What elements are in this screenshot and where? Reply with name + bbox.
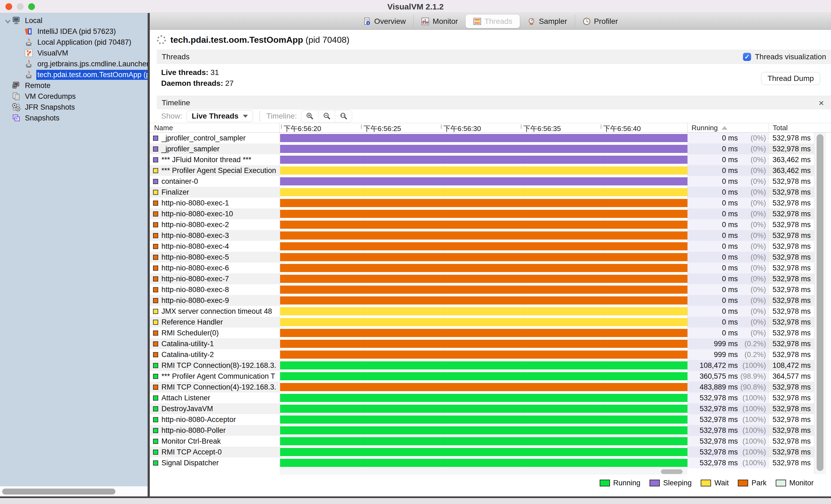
running-percent: (90.8%) xyxy=(738,383,766,391)
running-percent: (0%) xyxy=(738,286,766,294)
table-row[interactable]: container-00 ms(0%)532,978 ms xyxy=(150,176,814,187)
chevron-down-icon[interactable] xyxy=(4,17,12,24)
show-threads-dropdown[interactable]: Live Threads xyxy=(187,110,253,122)
table-row[interactable]: DestroyJavaVM532,978 ms(100%)532,978 ms xyxy=(150,403,814,414)
table-vertical-scrollbar[interactable] xyxy=(814,132,826,474)
total-value: 532,978 ms xyxy=(773,286,811,294)
tab-monitor[interactable]: Monitor xyxy=(413,14,465,28)
threads-visualization-checkbox[interactable]: ✓ xyxy=(743,53,751,61)
horizontal-scrollbar-thumb[interactable] xyxy=(661,469,683,474)
running-value: 0 ms xyxy=(722,253,738,262)
zoom-fit-button[interactable] xyxy=(335,110,352,122)
tab-sampler[interactable]: Sampler xyxy=(520,14,574,28)
table-row[interactable]: http-nio-8080-exec-50 ms(0%)532,978 ms xyxy=(150,252,814,263)
timeline-close-icon[interactable]: × xyxy=(816,98,826,108)
sidebar-item[interactable]: Local Application (pid 70487) xyxy=(0,37,148,48)
thread-name-label: http-nio-8080-exec-1 xyxy=(162,199,229,207)
total-value: 532,978 ms xyxy=(773,188,811,197)
table-row[interactable]: http-nio-8080-exec-60 ms(0%)532,978 ms xyxy=(150,263,814,273)
live-threads-value: 31 xyxy=(210,68,219,77)
table-row[interactable]: http-nio-8080-exec-20 ms(0%)532,978 ms xyxy=(150,219,814,230)
legend-label: Park xyxy=(751,479,767,487)
table-row[interactable]: http-nio-8080-exec-100 ms(0%)532,978 ms xyxy=(150,208,814,219)
sidebar-item[interactable]: VM Coredumps xyxy=(0,91,148,102)
sidebar-item[interactable]: Snapshots xyxy=(0,113,148,123)
thread-timeline-cell xyxy=(280,360,687,371)
thread-state-bar xyxy=(280,134,687,142)
sidebar-item-label: Local Application (pid 70487) xyxy=(36,37,148,48)
thread-state-bar xyxy=(280,394,687,402)
visualvm-icon xyxy=(24,49,33,57)
sidebar-item[interactable]: JFR Snapshots xyxy=(0,102,148,113)
legend-item: Running xyxy=(600,479,640,487)
table-row[interactable]: _jprofiler_sampler0 ms(0%)532,978 ms xyxy=(150,144,814,154)
thread-state-bar xyxy=(280,220,687,229)
thread-name-cell: http-nio-8080-exec-4 xyxy=(150,241,280,252)
total-value: 364,577 ms xyxy=(773,372,811,381)
table-row[interactable]: *** JFluid Monitor thread ***0 ms(0%)363… xyxy=(150,154,814,165)
table-row[interactable]: Catalina-utility-2999 ms(0.2%)532,978 ms xyxy=(150,349,814,360)
sidebar-item[interactable]: org.jetbrains.jps.cmdline.Launcher ( xyxy=(0,58,148,69)
column-header-running[interactable]: Running xyxy=(687,123,769,132)
running-value: 999 ms xyxy=(714,340,738,348)
table-row[interactable]: Finalizer0 ms(0%)532,978 ms xyxy=(150,187,814,198)
column-header-timeline[interactable]: 下午6:56:20下午6:56:25下午6:56:30下午6:56:35下午6:… xyxy=(280,123,687,132)
table-row[interactable]: http-nio-8080-exec-70 ms(0%)532,978 ms xyxy=(150,273,814,284)
table-row[interactable]: JMX server connection timeout 480 ms(0%)… xyxy=(150,306,814,317)
tab-threads[interactable]: Threads xyxy=(466,14,520,28)
sidebar-item-label: org.jetbrains.jps.cmdline.Launcher ( xyxy=(36,59,148,69)
thread-name-cell: Catalina-utility-2 xyxy=(150,349,280,360)
table-row[interactable]: *** Profiler Agent Communication T360,57… xyxy=(150,371,814,382)
table-row[interactable]: _jprofiler_control_sampler0 ms(0%)532,97… xyxy=(150,132,814,144)
timeline-horizontal-scrollbar[interactable] xyxy=(280,468,687,475)
table-row[interactable]: http-nio-8080-Acceptor532,978 ms(100%)53… xyxy=(150,414,814,425)
thread-state-icon xyxy=(153,244,158,249)
table-row[interactable]: RMI TCP Accept-0532,978 ms(100%)532,978 … xyxy=(150,447,814,457)
sidebar-item[interactable]: tech.pdai.test.oom.TestOomApp (pi xyxy=(0,69,148,80)
sidebar-item-label: Remote xyxy=(24,81,148,91)
vertical-scrollbar-thumb[interactable] xyxy=(816,134,824,471)
column-header-total[interactable]: Total xyxy=(769,123,814,132)
table-row[interactable]: Reference Handler0 ms(0%)532,978 ms xyxy=(150,317,814,328)
thread-running-cell: 0 ms(0%) xyxy=(687,198,769,208)
running-value: 0 ms xyxy=(722,167,738,175)
thread-timeline-cell xyxy=(280,306,687,317)
sidebar-item[interactable]: Local xyxy=(0,15,148,26)
column-header-name[interactable]: Name xyxy=(150,123,280,132)
table-row[interactable]: http-nio-8080-exec-30 ms(0%)532,978 ms xyxy=(150,230,814,241)
table-row[interactable]: http-nio-8080-exec-80 ms(0%)532,978 ms xyxy=(150,284,814,295)
table-row[interactable]: Catalina-utility-1999 ms(0.2%)532,978 ms xyxy=(150,338,814,349)
sidebar-item[interactable]: Remote xyxy=(0,80,148,91)
table-row[interactable]: http-nio-8080-exec-10 ms(0%)532,978 ms xyxy=(150,198,814,208)
timeline-section-bar: Timeline × xyxy=(157,96,831,110)
sidebar-item[interactable]: IntelliJ IDEA (pid 57623) xyxy=(0,26,148,37)
table-row[interactable]: http-nio-8080-exec-90 ms(0%)532,978 ms xyxy=(150,295,814,306)
running-percent: (100%) xyxy=(738,394,766,402)
tab-overview[interactable]: Overview xyxy=(355,14,413,28)
table-row[interactable]: Attach Listener532,978 ms(100%)532,978 m… xyxy=(150,392,814,403)
table-row[interactable]: Monitor Ctrl-Break532,978 ms(100%)532,97… xyxy=(150,436,814,447)
table-row[interactable]: http-nio-8080-Poller532,978 ms(100%)532,… xyxy=(150,425,814,436)
thread-dump-button[interactable]: Thread Dump xyxy=(761,72,820,85)
timeline-tick-label: 下午6:56:30 xyxy=(443,124,481,134)
running-value: 0 ms xyxy=(722,134,738,142)
total-value: 532,978 ms xyxy=(773,383,811,391)
thread-state-icon xyxy=(153,450,158,455)
sidebar-scrollbar-thumb[interactable] xyxy=(2,488,115,495)
thread-running-cell: 0 ms(0%) xyxy=(687,241,769,252)
sidebar-horizontal-scrollbar[interactable] xyxy=(0,486,148,497)
table-row[interactable]: RMI TCP Connection(8)-192.168.3.108,472 … xyxy=(150,360,814,371)
table-row[interactable]: RMI TCP Connection(4)-192.168.3.483,889 … xyxy=(150,382,814,392)
tab-profiler[interactable]: Profiler xyxy=(575,14,626,28)
running-percent: (100%) xyxy=(738,459,766,467)
zoom-in-button[interactable] xyxy=(302,110,318,122)
sidebar-item[interactable]: VisualVM xyxy=(0,48,148,58)
table-row[interactable]: *** Profiler Agent Special Execution0 ms… xyxy=(150,165,814,176)
table-row[interactable]: http-nio-8080-exec-40 ms(0%)532,978 ms xyxy=(150,241,814,252)
thread-name-cell: RMI TCP Connection(8)-192.168.3. xyxy=(150,360,280,371)
thread-name-cell: _jprofiler_control_sampler xyxy=(150,132,280,144)
thread-state-icon xyxy=(153,428,158,433)
table-row[interactable]: RMI Scheduler(0)0 ms(0%)532,978 ms xyxy=(150,328,814,338)
zoom-out-button[interactable] xyxy=(318,110,335,122)
table-row[interactable]: Signal Dispatcher532,978 ms(100%)532,978… xyxy=(150,457,814,468)
